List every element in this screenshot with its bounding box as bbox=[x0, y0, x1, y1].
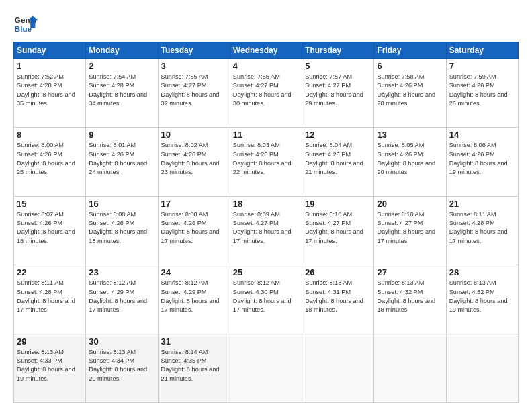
week-row-2: 8Sunrise: 8:00 AMSunset: 4:26 PMDaylight… bbox=[14, 128, 519, 196]
weekday-header-row: SundayMondayTuesdayWednesdayThursdayFrid… bbox=[14, 42, 519, 59]
day-number: 8 bbox=[17, 130, 83, 140]
cell-info: Sunrise: 8:11 AMSunset: 4:28 PMDaylight:… bbox=[17, 279, 83, 314]
week-row-3: 15Sunrise: 8:07 AMSunset: 4:26 PMDayligh… bbox=[14, 196, 519, 265]
weekday-tuesday: Tuesday bbox=[158, 42, 230, 59]
cell-info: Sunrise: 7:56 AMSunset: 4:27 PMDaylight:… bbox=[233, 73, 299, 108]
calendar-cell: 13Sunrise: 8:05 AMSunset: 4:26 PMDayligh… bbox=[374, 128, 446, 196]
logo-icon: General Blue bbox=[13, 12, 38, 36]
day-number: 16 bbox=[89, 199, 154, 209]
day-number: 13 bbox=[377, 130, 443, 140]
day-number: 28 bbox=[449, 267, 515, 277]
week-row-5: 29Sunrise: 8:13 AMSunset: 4:33 PMDayligh… bbox=[14, 334, 519, 402]
calendar-cell: 29Sunrise: 8:13 AMSunset: 4:33 PMDayligh… bbox=[14, 334, 86, 402]
calendar-cell: 15Sunrise: 8:07 AMSunset: 4:26 PMDayligh… bbox=[14, 196, 86, 265]
calendar-cell: 21Sunrise: 8:11 AMSunset: 4:28 PMDayligh… bbox=[446, 196, 518, 265]
calendar-cell: 18Sunrise: 8:09 AMSunset: 4:27 PMDayligh… bbox=[230, 196, 302, 265]
calendar-cell: 27Sunrise: 8:13 AMSunset: 4:32 PMDayligh… bbox=[374, 265, 446, 334]
calendar-cell: 10Sunrise: 8:02 AMSunset: 4:26 PMDayligh… bbox=[158, 128, 230, 196]
day-number: 2 bbox=[89, 61, 154, 71]
calendar-cell bbox=[446, 334, 518, 402]
weekday-thursday: Thursday bbox=[302, 42, 374, 59]
cell-info: Sunrise: 8:10 AMSunset: 4:27 PMDaylight:… bbox=[305, 210, 371, 246]
day-number: 27 bbox=[377, 267, 443, 277]
day-number: 22 bbox=[17, 267, 83, 277]
calendar-cell: 7Sunrise: 7:59 AMSunset: 4:26 PMDaylight… bbox=[446, 59, 518, 128]
cell-info: Sunrise: 8:12 AMSunset: 4:29 PMDaylight:… bbox=[89, 279, 154, 314]
calendar-cell: 19Sunrise: 8:10 AMSunset: 4:27 PMDayligh… bbox=[302, 196, 374, 265]
calendar-cell bbox=[374, 334, 446, 402]
day-number: 9 bbox=[89, 130, 154, 140]
calendar-cell bbox=[302, 334, 374, 402]
cell-info: Sunrise: 8:06 AMSunset: 4:26 PMDaylight:… bbox=[449, 141, 515, 177]
day-number: 30 bbox=[89, 336, 154, 347]
cell-info: Sunrise: 8:13 AMSunset: 4:31 PMDaylight:… bbox=[305, 279, 371, 314]
week-row-4: 22Sunrise: 8:11 AMSunset: 4:28 PMDayligh… bbox=[14, 265, 519, 334]
week-row-1: 1Sunrise: 7:52 AMSunset: 4:28 PMDaylight… bbox=[14, 59, 519, 128]
page: General Blue SundayMondayTuesdayWednesda… bbox=[0, 0, 532, 411]
weekday-monday: Monday bbox=[86, 42, 158, 59]
day-number: 5 bbox=[305, 61, 371, 71]
cell-info: Sunrise: 8:02 AMSunset: 4:26 PMDaylight:… bbox=[161, 141, 227, 177]
day-number: 25 bbox=[233, 267, 299, 277]
weekday-saturday: Saturday bbox=[446, 42, 518, 59]
calendar-cell: 28Sunrise: 8:13 AMSunset: 4:32 PMDayligh… bbox=[446, 265, 518, 334]
day-number: 1 bbox=[17, 61, 83, 71]
calendar-cell: 25Sunrise: 8:12 AMSunset: 4:30 PMDayligh… bbox=[230, 265, 302, 334]
day-number: 14 bbox=[449, 130, 515, 140]
cell-info: Sunrise: 7:59 AMSunset: 4:26 PMDaylight:… bbox=[449, 73, 515, 108]
cell-info: Sunrise: 8:08 AMSunset: 4:26 PMDaylight:… bbox=[161, 210, 227, 246]
weekday-sunday: Sunday bbox=[14, 42, 86, 59]
cell-info: Sunrise: 8:08 AMSunset: 4:26 PMDaylight:… bbox=[89, 210, 154, 246]
calendar-cell: 12Sunrise: 8:04 AMSunset: 4:26 PMDayligh… bbox=[302, 128, 374, 196]
day-number: 15 bbox=[17, 199, 83, 209]
day-number: 10 bbox=[161, 130, 227, 140]
day-number: 18 bbox=[233, 199, 299, 209]
calendar-cell: 30Sunrise: 8:13 AMSunset: 4:34 PMDayligh… bbox=[86, 334, 158, 402]
calendar-cell: 23Sunrise: 8:12 AMSunset: 4:29 PMDayligh… bbox=[86, 265, 158, 334]
calendar-cell: 16Sunrise: 8:08 AMSunset: 4:26 PMDayligh… bbox=[86, 196, 158, 265]
weekday-friday: Friday bbox=[374, 42, 446, 59]
cell-info: Sunrise: 7:55 AMSunset: 4:27 PMDaylight:… bbox=[161, 73, 227, 108]
calendar-cell: 20Sunrise: 8:10 AMSunset: 4:27 PMDayligh… bbox=[374, 196, 446, 265]
day-number: 12 bbox=[305, 130, 371, 140]
day-number: 19 bbox=[305, 199, 371, 209]
day-number: 24 bbox=[161, 267, 227, 277]
day-number: 3 bbox=[161, 61, 227, 71]
weekday-wednesday: Wednesday bbox=[230, 42, 302, 59]
calendar-cell: 22Sunrise: 8:11 AMSunset: 4:28 PMDayligh… bbox=[14, 265, 86, 334]
cell-info: Sunrise: 8:13 AMSunset: 4:32 PMDaylight:… bbox=[377, 279, 443, 314]
cell-info: Sunrise: 8:14 AMSunset: 4:35 PMDaylight:… bbox=[161, 348, 227, 383]
day-number: 21 bbox=[449, 199, 515, 209]
cell-info: Sunrise: 8:00 AMSunset: 4:26 PMDaylight:… bbox=[17, 141, 83, 177]
day-number: 31 bbox=[161, 336, 227, 347]
cell-info: Sunrise: 8:13 AMSunset: 4:34 PMDaylight:… bbox=[89, 348, 154, 383]
day-number: 23 bbox=[89, 267, 154, 277]
calendar-cell: 31Sunrise: 8:14 AMSunset: 4:35 PMDayligh… bbox=[158, 334, 230, 402]
calendar-cell: 5Sunrise: 7:57 AMSunset: 4:27 PMDaylight… bbox=[302, 59, 374, 128]
calendar-cell: 1Sunrise: 7:52 AMSunset: 4:28 PMDaylight… bbox=[14, 59, 86, 128]
day-number: 17 bbox=[161, 199, 227, 209]
cell-info: Sunrise: 8:07 AMSunset: 4:26 PMDaylight:… bbox=[17, 210, 83, 246]
calendar-cell: 24Sunrise: 8:12 AMSunset: 4:29 PMDayligh… bbox=[158, 265, 230, 334]
calendar-cell: 8Sunrise: 8:00 AMSunset: 4:26 PMDaylight… bbox=[14, 128, 86, 196]
calendar-cell bbox=[230, 334, 302, 402]
cell-info: Sunrise: 8:03 AMSunset: 4:26 PMDaylight:… bbox=[233, 141, 299, 177]
cell-info: Sunrise: 8:12 AMSunset: 4:29 PMDaylight:… bbox=[161, 279, 227, 314]
calendar-cell: 26Sunrise: 8:13 AMSunset: 4:31 PMDayligh… bbox=[302, 265, 374, 334]
cell-info: Sunrise: 8:04 AMSunset: 4:26 PMDaylight:… bbox=[305, 141, 371, 177]
cell-info: Sunrise: 8:13 AMSunset: 4:33 PMDaylight:… bbox=[17, 348, 83, 383]
cell-info: Sunrise: 8:13 AMSunset: 4:32 PMDaylight:… bbox=[449, 279, 515, 314]
cell-info: Sunrise: 7:57 AMSunset: 4:27 PMDaylight:… bbox=[305, 73, 371, 108]
cell-info: Sunrise: 8:05 AMSunset: 4:26 PMDaylight:… bbox=[377, 141, 443, 177]
cell-info: Sunrise: 7:58 AMSunset: 4:26 PMDaylight:… bbox=[377, 73, 443, 108]
day-number: 6 bbox=[377, 61, 443, 71]
cell-info: Sunrise: 8:01 AMSunset: 4:26 PMDaylight:… bbox=[89, 141, 154, 177]
calendar-cell: 11Sunrise: 8:03 AMSunset: 4:26 PMDayligh… bbox=[230, 128, 302, 196]
day-number: 4 bbox=[233, 61, 299, 71]
day-number: 29 bbox=[17, 336, 83, 347]
cell-info: Sunrise: 7:52 AMSunset: 4:28 PMDaylight:… bbox=[17, 73, 83, 108]
calendar-cell: 4Sunrise: 7:56 AMSunset: 4:27 PMDaylight… bbox=[230, 59, 302, 128]
day-number: 7 bbox=[449, 61, 515, 71]
cell-info: Sunrise: 8:11 AMSunset: 4:28 PMDaylight:… bbox=[449, 210, 515, 246]
calendar-cell: 17Sunrise: 8:08 AMSunset: 4:26 PMDayligh… bbox=[158, 196, 230, 265]
